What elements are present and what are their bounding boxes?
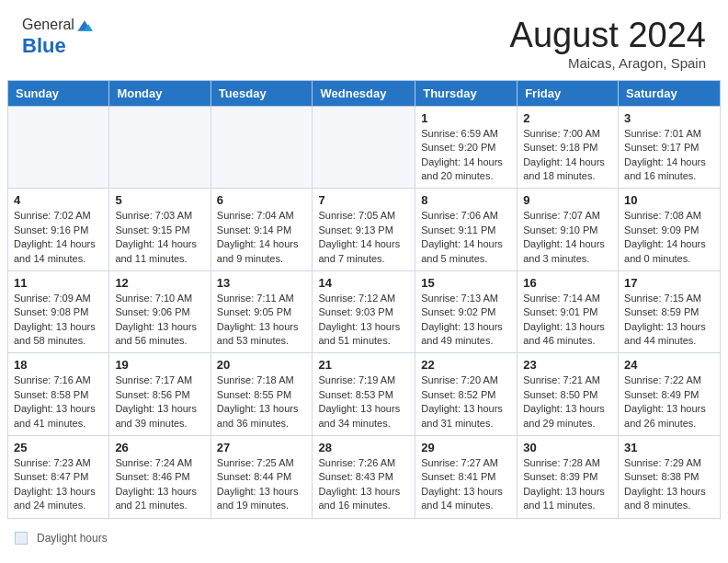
month-year-title: August 2024 [510,17,706,55]
day-info: Sunrise: 7:17 AM Sunset: 8:56 PM Dayligh… [115,373,204,431]
calendar-cell [210,106,313,189]
calendar-cell: 9Sunrise: 7:07 AM Sunset: 9:10 PM Daylig… [518,189,619,271]
page-container: General Blue August 2024 Maicas, Aragon,… [0,0,728,548]
day-number: 5 [115,193,204,207]
calendar-cell: 15Sunrise: 7:13 AM Sunset: 9:02 PM Dayli… [415,270,518,353]
calendar-cell: 30Sunrise: 7:28 AM Sunset: 8:39 PM Dayli… [518,436,619,519]
day-number: 24 [624,358,714,372]
col-wednesday: Wednesday [313,80,415,106]
calendar-cell: 5Sunrise: 7:03 AM Sunset: 9:15 PM Daylig… [109,189,210,271]
day-info: Sunrise: 7:22 AM Sunset: 8:49 PM Dayligh… [624,373,714,431]
day-info: Sunrise: 7:10 AM Sunset: 9:06 PM Dayligh… [115,292,204,349]
day-number: 16 [523,276,612,290]
day-number: 7 [318,193,409,207]
day-info: Sunrise: 7:15 AM Sunset: 8:59 PM Dayligh… [624,292,714,349]
day-info: Sunrise: 7:23 AM Sunset: 8:47 PM Dayligh… [14,456,103,513]
day-info: Sunrise: 7:28 AM Sunset: 8:39 PM Dayligh… [523,456,612,513]
calendar-table: Sunday Monday Tuesday Wednesday Thursday… [7,80,721,519]
calendar-cell: 16Sunrise: 7:14 AM Sunset: 9:01 PM Dayli… [518,270,619,353]
calendar-cell: 19Sunrise: 7:17 AM Sunset: 8:56 PM Dayli… [109,353,210,436]
day-number: 29 [421,441,511,454]
day-info: Sunrise: 7:09 AM Sunset: 9:08 PM Dayligh… [14,292,103,349]
day-info: Sunrise: 7:08 AM Sunset: 9:09 PM Dayligh… [624,209,714,266]
calendar-cell: 24Sunrise: 7:22 AM Sunset: 8:49 PM Dayli… [619,353,721,436]
day-info: Sunrise: 7:12 AM Sunset: 9:03 PM Dayligh… [318,292,409,349]
title-area: August 2024 Maicas, Aragon, Spain [510,17,706,71]
logo-blue-text: Blue [22,34,66,57]
day-number: 25 [14,441,103,454]
day-number: 1 [421,111,511,125]
calendar-cell: 28Sunrise: 7:26 AM Sunset: 8:43 PM Dayli… [313,436,415,519]
logo-area: General Blue [22,17,93,58]
calendar-wrapper: Sunday Monday Tuesday Wednesday Thursday… [0,80,728,526]
calendar-cell: 2Sunrise: 7:00 AM Sunset: 9:18 PM Daylig… [518,106,619,189]
day-number: 4 [14,193,103,207]
day-number: 2 [523,111,612,125]
calendar-cell: 6Sunrise: 7:04 AM Sunset: 9:14 PM Daylig… [210,189,313,271]
calendar-cell: 10Sunrise: 7:08 AM Sunset: 9:09 PM Dayli… [619,189,721,271]
calendar-cell: 27Sunrise: 7:25 AM Sunset: 8:44 PM Dayli… [210,436,313,519]
day-info: Sunrise: 7:01 AM Sunset: 9:17 PM Dayligh… [624,127,714,184]
day-number: 15 [421,276,511,290]
day-number: 18 [14,358,103,372]
day-info: Sunrise: 7:13 AM Sunset: 9:02 PM Dayligh… [421,292,511,349]
calendar-week-row: 25Sunrise: 7:23 AM Sunset: 8:47 PM Dayli… [8,436,721,519]
calendar-week-row: 4Sunrise: 7:02 AM Sunset: 9:16 PM Daylig… [8,189,721,271]
logo-general-text: General [22,17,74,32]
calendar-week-row: 18Sunrise: 7:16 AM Sunset: 8:58 PM Dayli… [8,353,721,436]
location-subtitle: Maicas, Aragon, Spain [510,55,706,71]
day-info: Sunrise: 7:00 AM Sunset: 9:18 PM Dayligh… [523,127,612,184]
day-info: Sunrise: 7:03 AM Sunset: 9:15 PM Dayligh… [115,209,204,266]
day-info: Sunrise: 7:18 AM Sunset: 8:55 PM Dayligh… [217,373,307,431]
footer-note: Daylight hours [0,526,728,548]
day-info: Sunrise: 7:02 AM Sunset: 9:16 PM Dayligh… [14,209,103,266]
calendar-cell: 18Sunrise: 7:16 AM Sunset: 8:58 PM Dayli… [8,353,109,436]
day-number: 8 [421,193,511,207]
day-number: 17 [624,276,714,290]
calendar-cell: 4Sunrise: 7:02 AM Sunset: 9:16 PM Daylig… [8,189,109,271]
day-info: Sunrise: 7:20 AM Sunset: 8:52 PM Dayligh… [421,373,511,431]
daylight-label: Daylight hours [37,532,108,545]
day-number: 30 [523,441,612,454]
day-number: 19 [115,358,204,372]
calendar-cell [8,106,109,189]
calendar-cell: 31Sunrise: 7:29 AM Sunset: 8:38 PM Dayli… [619,436,721,519]
day-info: Sunrise: 6:59 AM Sunset: 9:20 PM Dayligh… [421,127,511,184]
day-number: 6 [217,193,307,207]
col-tuesday: Tuesday [210,80,313,106]
day-info: Sunrise: 7:05 AM Sunset: 9:13 PM Dayligh… [318,209,409,266]
col-thursday: Thursday [415,80,518,106]
day-number: 12 [115,276,204,290]
day-info: Sunrise: 7:06 AM Sunset: 9:11 PM Dayligh… [421,209,511,266]
day-number: 31 [624,441,714,454]
calendar-cell: 22Sunrise: 7:20 AM Sunset: 8:52 PM Dayli… [415,353,518,436]
col-monday: Monday [109,80,210,106]
calendar-cell: 25Sunrise: 7:23 AM Sunset: 8:47 PM Dayli… [8,436,109,519]
calendar-cell: 12Sunrise: 7:10 AM Sunset: 9:06 PM Dayli… [109,270,210,353]
logo: General Blue [22,17,93,58]
header: General Blue August 2024 Maicas, Aragon,… [0,0,728,80]
daylight-legend-box [15,532,28,545]
calendar-cell: 29Sunrise: 7:27 AM Sunset: 8:41 PM Dayli… [415,436,518,519]
col-friday: Friday [518,80,619,106]
day-number: 22 [421,358,511,372]
day-info: Sunrise: 7:07 AM Sunset: 9:10 PM Dayligh… [523,209,612,266]
day-number: 14 [318,276,409,290]
day-number: 21 [318,358,409,372]
calendar-cell [313,106,415,189]
day-info: Sunrise: 7:16 AM Sunset: 8:58 PM Dayligh… [14,373,103,431]
calendar-cell: 11Sunrise: 7:09 AM Sunset: 9:08 PM Dayli… [8,270,109,353]
calendar-cell: 20Sunrise: 7:18 AM Sunset: 8:55 PM Dayli… [210,353,313,436]
day-number: 26 [115,441,204,454]
calendar-cell: 3Sunrise: 7:01 AM Sunset: 9:17 PM Daylig… [619,106,721,189]
day-info: Sunrise: 7:24 AM Sunset: 8:46 PM Dayligh… [115,456,204,513]
calendar-cell: 26Sunrise: 7:24 AM Sunset: 8:46 PM Dayli… [109,436,210,519]
calendar-cell: 1Sunrise: 6:59 AM Sunset: 9:20 PM Daylig… [415,106,518,189]
day-number: 9 [523,193,612,207]
calendar-cell: 21Sunrise: 7:19 AM Sunset: 8:53 PM Dayli… [313,353,415,436]
day-number: 20 [217,358,307,372]
day-number: 28 [318,441,409,454]
calendar-week-row: 11Sunrise: 7:09 AM Sunset: 9:08 PM Dayli… [8,270,721,353]
day-info: Sunrise: 7:25 AM Sunset: 8:44 PM Dayligh… [217,456,307,513]
day-number: 10 [624,193,714,207]
